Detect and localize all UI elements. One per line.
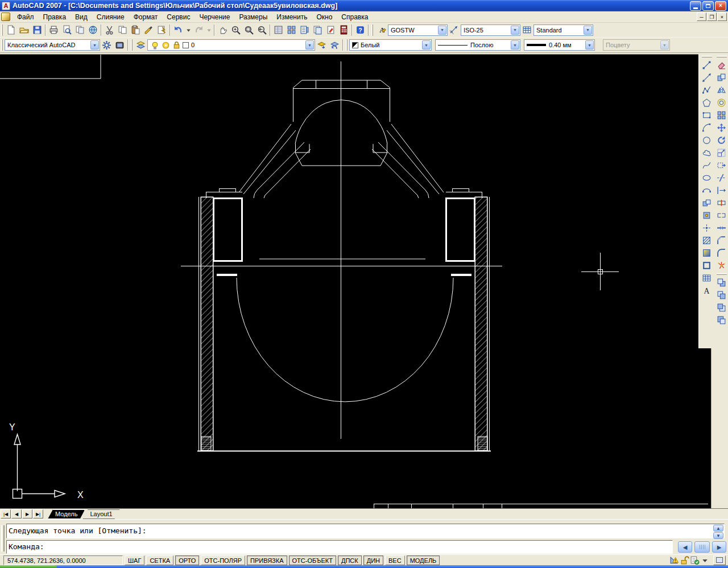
new-file-button[interactable]	[5, 23, 18, 36]
markup-manager-button[interactable]	[324, 23, 337, 36]
rotate-button[interactable]	[715, 134, 728, 146]
pan-button[interactable]	[216, 23, 229, 36]
start-button-edge[interactable]	[0, 565, 57, 568]
tool-palettes-button[interactable]	[298, 23, 311, 36]
annotation-auto-tray-button[interactable]	[689, 555, 700, 565]
mirror-button[interactable]	[715, 84, 728, 96]
properties-button[interactable]	[272, 23, 285, 36]
polygon-button[interactable]	[700, 96, 713, 109]
menu-9[interactable]: Изменить	[272, 12, 312, 22]
sheetset-manager-button[interactable]	[311, 23, 324, 36]
menu-3[interactable]: Вид	[71, 12, 92, 22]
lineweight-combo[interactable]: 0.40 мм ▼	[524, 39, 595, 51]
coordinates-readout[interactable]: 574.4738, 721.2636, 0.0000	[3, 555, 123, 565]
minimize-button[interactable]	[690, 1, 701, 11]
chevron-down-icon[interactable]: ▼	[90, 40, 99, 50]
designcenter-button[interactable]	[285, 23, 298, 36]
send-under-button[interactable]	[715, 314, 728, 326]
insert-block-button[interactable]	[700, 196, 713, 209]
status-toggle-2[interactable]: СЕТКА	[146, 555, 173, 565]
toolbar-grip[interactable]	[131, 39, 133, 51]
status-toggle-9[interactable]: ВЕС	[385, 555, 405, 565]
plot-preview-button[interactable]	[60, 23, 73, 36]
polyline-button[interactable]	[700, 84, 713, 96]
dim-style-button[interactable]	[448, 23, 461, 36]
status-toggle-3[interactable]: ОРТО	[175, 555, 199, 565]
redo-button[interactable]	[192, 23, 205, 36]
publish-button[interactable]	[73, 23, 86, 36]
toolbar-grip[interactable]	[346, 39, 348, 51]
move-button[interactable]	[715, 121, 728, 134]
copy-object-button[interactable]	[715, 71, 728, 84]
make-object-layer-current-button[interactable]	[315, 39, 328, 52]
mdi-restore-button[interactable]: ❐	[707, 13, 717, 21]
ellipse-button[interactable]	[700, 171, 713, 184]
command-input[interactable]: Команда:	[6, 540, 673, 554]
menu-6[interactable]: Сервис	[162, 12, 195, 22]
layer-properties-button[interactable]	[134, 39, 147, 52]
region-button[interactable]	[700, 259, 713, 271]
table-style-combo[interactable]: Standard ▼	[533, 24, 593, 36]
redo-more-button[interactable]	[205, 23, 213, 36]
extend-button[interactable]	[715, 184, 728, 196]
annotation-scale-tray-button[interactable]	[669, 555, 679, 565]
status-toggle-4[interactable]: ОТС-ПОЛЯР	[201, 555, 245, 565]
join-button[interactable]	[715, 221, 728, 234]
toolbar-grip[interactable]	[1, 24, 3, 36]
toolbar-grip[interactable]	[717, 273, 727, 275]
last-tab-button[interactable]: ▶|	[33, 509, 43, 518]
close-button[interactable]: ×	[715, 1, 726, 11]
status-toggle-6[interactable]: ОТС-ОБЪЕКТ	[289, 555, 336, 565]
text-style-combo[interactable]: GOSTW ▼	[388, 24, 448, 36]
menu-1[interactable]: Файл	[13, 12, 39, 22]
prev-tab-button[interactable]: ◀	[11, 509, 22, 518]
circle-button[interactable]	[700, 134, 713, 146]
stretch-button[interactable]	[715, 159, 728, 171]
dim-style-combo[interactable]: ISO-25 ▼	[461, 24, 520, 36]
quickcalc-button[interactable]	[337, 23, 350, 36]
help-button[interactable]: ?	[354, 23, 367, 36]
chevron-down-icon[interactable]: ▼	[584, 26, 592, 35]
gradient-button[interactable]	[700, 246, 713, 259]
status-toggle-10[interactable]: МОДЕЛЬ	[407, 555, 440, 565]
menu-7[interactable]: Черчение	[195, 12, 234, 22]
status-toggle-7[interactable]: ДПСК	[338, 555, 362, 565]
arc-button[interactable]	[700, 121, 713, 134]
chevron-down-icon[interactable]: ▼	[585, 40, 594, 50]
command-scroll-down-button[interactable]: ▼	[713, 532, 723, 539]
workspace-settings-button[interactable]	[100, 39, 113, 52]
linetype-combo[interactable]: Послою ▼	[435, 39, 520, 51]
command-history[interactable]: Следующая точка или [Отменить]:	[6, 524, 725, 538]
status-toggle-5[interactable]: ПРИВЯЗКА	[247, 555, 287, 565]
toolbar-grip[interactable]	[1, 39, 3, 51]
status-toggle-1[interactable]: ШАГ	[125, 555, 144, 565]
bring-to-front-button[interactable]	[715, 276, 728, 289]
command-scroll-left-button[interactable]: ◀	[678, 541, 692, 553]
undo-more-button[interactable]	[185, 23, 192, 36]
copy-button[interactable]	[116, 23, 129, 36]
tab-model[interactable]: Модель	[48, 509, 85, 519]
break-at-point-button[interactable]	[715, 196, 728, 209]
offset-button[interactable]	[715, 96, 728, 109]
chevron-down-icon[interactable]: ▼	[305, 40, 314, 50]
array-button[interactable]	[715, 109, 728, 121]
revcloud-button[interactable]	[700, 146, 713, 159]
zoom-window-button[interactable]	[242, 23, 255, 36]
tray-arrow-tray-button[interactable]	[700, 555, 710, 565]
explode-button[interactable]	[715, 259, 728, 271]
layer-previous-button[interactable]	[328, 39, 341, 52]
command-scroll-right-button[interactable]: ▶	[712, 541, 726, 553]
zoom-realtime-button[interactable]	[229, 23, 242, 36]
line-button[interactable]	[700, 59, 713, 71]
text-style-button[interactable]: A	[375, 23, 388, 36]
menu-11[interactable]: Справка	[337, 12, 373, 22]
menu-8[interactable]: Размеры	[234, 12, 272, 22]
break-button[interactable]	[715, 209, 728, 221]
workspace-combo[interactable]: Классический AutoCAD ▼	[5, 39, 100, 51]
open-file-button[interactable]	[18, 23, 31, 36]
menu-2[interactable]: Правка	[39, 12, 71, 22]
next-tab-button[interactable]: ▶	[22, 509, 32, 518]
zoom-previous-button[interactable]	[255, 23, 268, 36]
fillet-button[interactable]	[715, 246, 728, 259]
my-workspace-button[interactable]	[113, 39, 126, 52]
